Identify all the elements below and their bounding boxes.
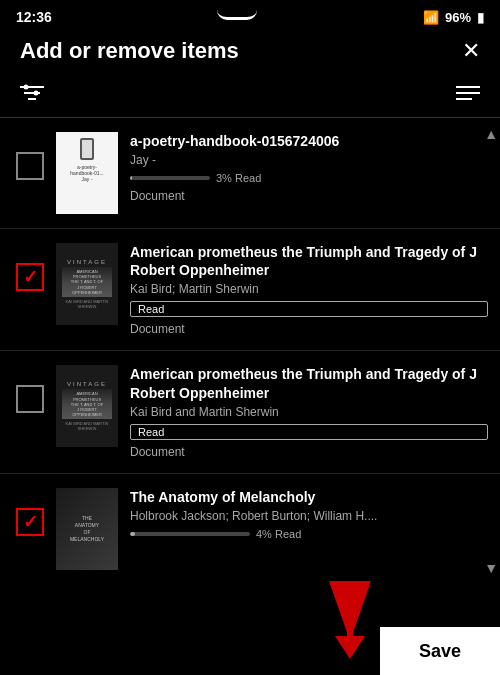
book-title-3: American prometheus the Triumph and Trag…	[130, 365, 488, 401]
list-item: VINTAGE AMERICANPROMETHEUSTHE T. AND T. …	[0, 229, 500, 351]
close-button[interactable]: ✕	[462, 38, 480, 64]
progress-fill-1	[130, 176, 132, 180]
progress-label-1: 3% Read	[216, 172, 261, 184]
book-info-4: The Anatomy of Melancholy Holbrook Jacks…	[130, 488, 488, 540]
scroll-down-arrow[interactable]: ▼	[484, 560, 498, 576]
list-item: THEANATOMYOFMELANCHOLY The Anatomy of Me…	[0, 474, 500, 578]
sort-icon[interactable]	[456, 84, 480, 107]
battery-icon: ▮	[477, 10, 484, 25]
book-info-1: a-poetry-handbook-0156724006 Jay - 3% Re…	[130, 132, 488, 203]
book-info-3: American prometheus the Triumph and Trag…	[130, 365, 488, 458]
checkbox-item-2[interactable]	[16, 263, 44, 291]
checkbox-wrap-1	[16, 132, 44, 180]
progress-wrap-4: 4% Read	[130, 528, 488, 540]
wifi-icon: 📶	[423, 10, 439, 25]
book-author-1: Jay -	[130, 153, 488, 167]
book-type-1: Document	[130, 189, 488, 203]
save-button[interactable]: Save	[380, 627, 500, 675]
save-bar: Save	[380, 627, 500, 675]
dialog-title: Add or remove items	[20, 38, 239, 64]
smile-indicator	[217, 8, 257, 26]
book-cover-1: a-poetry-handbook-01...Jay -	[56, 132, 118, 214]
book-title-2: American prometheus the Triumph and Trag…	[130, 243, 488, 279]
book-cover-3: VINTAGE AMERICANPROMETHEUSTHE T. AND T. …	[56, 365, 118, 447]
time-display: 12:36	[16, 9, 52, 25]
book-cover-2: VINTAGE AMERICANPROMETHEUSTHE T. AND T. …	[56, 243, 118, 325]
progress-wrap-1: 3% Read	[130, 172, 488, 184]
toolbar	[0, 76, 500, 118]
book-type-2: Document	[130, 322, 488, 336]
list-item: a-poetry-handbook-01...Jay - a-poetry-ha…	[0, 118, 500, 229]
status-bar: 12:36 📶 96% ▮	[0, 0, 500, 30]
book-author-3: Kai Bird and Martin Sherwin	[130, 405, 488, 419]
checkbox-wrap-3	[16, 365, 44, 413]
read-badge-2: Read	[130, 301, 488, 317]
filter-icon[interactable]	[20, 84, 44, 107]
svg-marker-10	[335, 636, 365, 659]
book-info-2: American prometheus the Triumph and Trag…	[130, 243, 488, 336]
book-type-3: Document	[130, 445, 488, 459]
checkbox-item-3[interactable]	[16, 385, 44, 413]
checkbox-item-4[interactable]	[16, 508, 44, 536]
book-title-4: The Anatomy of Melancholy	[130, 488, 488, 506]
read-badge-3: Read	[130, 424, 488, 440]
progress-fill-4	[130, 532, 135, 536]
book-author-4: Holbrook Jackson; Robert Burton; William…	[130, 509, 488, 523]
red-arrow-indicator	[320, 581, 380, 665]
smile-shape	[217, 10, 257, 20]
checkbox-item-1[interactable]	[16, 152, 44, 180]
battery-level: 96%	[445, 10, 471, 25]
progress-label-4: 4% Read	[256, 528, 301, 540]
checkbox-wrap-2	[16, 243, 44, 291]
checkbox-wrap-4	[16, 488, 44, 536]
dialog-header: Add or remove items ✕	[0, 30, 500, 76]
book-author-2: Kai Bird; Martin Sherwin	[130, 282, 488, 296]
list-item: VINTAGE AMERICANPROMETHEUSTHE T. AND T. …	[0, 351, 500, 473]
scroll-up-arrow[interactable]: ▲	[484, 126, 498, 142]
items-list[interactable]: a-poetry-handbook-01...Jay - a-poetry-ha…	[0, 118, 500, 578]
status-right: 📶 96% ▮	[423, 10, 484, 25]
svg-point-4	[34, 91, 39, 96]
book-cover-4: THEANATOMYOFMELANCHOLY	[56, 488, 118, 570]
svg-point-3	[24, 85, 29, 90]
book-title-1: a-poetry-handbook-0156724006	[130, 132, 488, 150]
